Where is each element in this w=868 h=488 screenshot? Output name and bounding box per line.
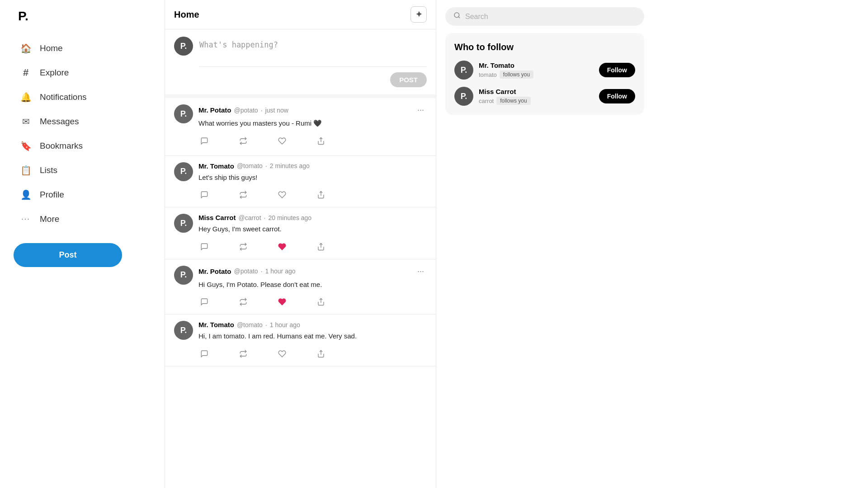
tweet-time: 20 minutes ago	[268, 214, 311, 221]
tweet-actions	[198, 189, 427, 201]
sidebar-item-label: Home	[40, 43, 63, 53]
sidebar-item-messages[interactable]: ✉ Messages	[14, 110, 151, 133]
sidebar-item-label: Messages	[40, 117, 79, 127]
tweet-name: Mr. Tomato	[198, 162, 234, 170]
sidebar-item-profile[interactable]: 👤 Profile	[14, 183, 151, 206]
tweet-text: What worries you masters you - Rumi 🖤	[198, 118, 427, 129]
like-button[interactable]	[276, 296, 288, 308]
share-button[interactable]	[315, 241, 327, 253]
retweet-button[interactable]	[237, 296, 249, 308]
suggestion-handle: tomato	[479, 71, 497, 78]
tweet-item: P. Mr. Potato @potato · just now ··· Wha…	[165, 98, 436, 156]
retweet-button[interactable]	[237, 348, 249, 360]
like-button[interactable]	[276, 348, 288, 360]
avatar: P.	[174, 266, 193, 285]
reply-icon	[200, 137, 208, 147]
share-button[interactable]	[315, 189, 327, 201]
suggestion-name: Mr. Tomato	[479, 61, 594, 69]
feed-scroll[interactable]: P. Mr. Potato @potato · just now ··· Wha…	[165, 98, 436, 488]
tweet-header: Mr. Potato @potato · just now ···	[198, 104, 427, 116]
tweet-header: Miss Carrot @carrot · 20 minutes ago	[198, 214, 427, 221]
search-input[interactable]	[465, 13, 636, 21]
tweet-item: P. Mr. Potato @potato · 1 hour ago ··· H…	[165, 259, 436, 315]
like-button[interactable]	[276, 135, 288, 149]
retweet-button[interactable]	[237, 135, 249, 149]
tweet-text: Let's ship this guys!	[198, 173, 427, 183]
who-to-follow-panel: Who to follow P. Mr. Tomato tomato follo…	[445, 33, 644, 115]
tweet-dot: ·	[261, 267, 263, 275]
share-button[interactable]	[315, 296, 327, 308]
tweet-time: just now	[265, 107, 288, 114]
tweet-time: 1 hour ago	[265, 267, 296, 275]
tweet-content: Miss Carrot @carrot · 20 minutes ago Hey…	[198, 214, 427, 253]
reply-button[interactable]	[198, 241, 210, 253]
svg-point-5	[454, 13, 459, 18]
tweet-handle: @tomato	[237, 162, 263, 169]
follow-suggestion-item: P. Miss Carrot carrot follows you Follow	[454, 87, 635, 106]
tweet-content: Mr. Potato @potato · 1 hour ago ··· Hi G…	[198, 266, 427, 308]
avatar: P.	[174, 321, 193, 340]
tweet-more-button[interactable]: ···	[415, 104, 427, 116]
tweet-meta: Miss Carrot @carrot · 20 minutes ago	[198, 214, 311, 221]
retweet-button[interactable]	[237, 189, 249, 201]
explore-icon: #	[20, 67, 32, 79]
follow-button[interactable]: Follow	[599, 63, 635, 77]
profile-icon: 👤	[20, 189, 32, 201]
home-icon: 🏠	[20, 42, 32, 54]
tweet-item: P. Mr. Tomato @tomato · 2 minutes ago Le…	[165, 156, 436, 208]
main-feed: Home ✦ P. POST P. Mr. Potato @pota	[165, 0, 436, 488]
tweet-name: Mr. Potato	[198, 106, 231, 114]
compose-post-button[interactable]: POST	[390, 72, 427, 87]
tweet-text: Hi Guys, I'm Potato. Please don't eat me…	[198, 280, 427, 290]
reply-button[interactable]	[198, 296, 210, 308]
compose-input[interactable]	[199, 37, 427, 64]
compose-divider	[199, 66, 427, 67]
search-bar	[445, 7, 644, 26]
tweet-meta: Mr. Tomato @tomato · 2 minutes ago	[198, 162, 310, 170]
tweet-more-button[interactable]: ···	[415, 266, 427, 277]
sidebar-item-bookmarks[interactable]: 🔖 Bookmarks	[14, 135, 151, 157]
right-sidebar: Who to follow P. Mr. Tomato tomato follo…	[436, 0, 868, 488]
like-button[interactable]	[276, 241, 288, 253]
follow-handle-row: tomato follows you	[479, 70, 594, 79]
heart-icon	[278, 137, 286, 147]
tweet-handle: @potato	[234, 107, 258, 114]
retweet-button[interactable]	[237, 241, 249, 253]
sidebar-item-label: Explore	[40, 68, 69, 78]
reply-button[interactable]	[198, 189, 210, 201]
tweet-time: 1 hour ago	[270, 321, 300, 328]
share-button[interactable]	[315, 348, 327, 360]
who-to-follow-title: Who to follow	[454, 42, 635, 52]
sidebar-item-home[interactable]: 🏠 Home	[14, 37, 151, 60]
tweet-handle: @potato	[234, 267, 258, 275]
follows-you-badge: follows you	[500, 70, 533, 79]
sidebar-item-notifications[interactable]: 🔔 Notifications	[14, 86, 151, 108]
compose-right: POST	[199, 37, 427, 87]
share-button[interactable]	[315, 135, 327, 149]
reply-button[interactable]	[198, 135, 210, 149]
reply-button[interactable]	[198, 348, 210, 360]
more-icon: ···	[20, 213, 32, 225]
follow-button[interactable]: Follow	[599, 89, 635, 103]
tweet-handle: @tomato	[237, 321, 263, 328]
like-button[interactable]	[276, 189, 288, 201]
tweet-name: Mr. Potato	[198, 267, 231, 275]
post-button[interactable]: Post	[14, 243, 122, 267]
tweet-actions	[198, 296, 427, 308]
tweet-meta: Mr. Tomato @tomato · 1 hour ago	[198, 321, 300, 328]
follow-suggestion-item: P. Mr. Tomato tomato follows you Follow	[454, 61, 635, 80]
sidebar-item-label: Profile	[40, 190, 64, 200]
sidebar-item-lists[interactable]: 📋 Lists	[14, 159, 151, 182]
avatar: P.	[174, 104, 193, 123]
tweet-handle: @carrot	[239, 214, 261, 221]
sidebar-item-more[interactable]: ··· More	[14, 208, 151, 230]
feed-header-icon[interactable]: ✦	[410, 6, 427, 23]
sparkle-icon: ✦	[415, 9, 422, 19]
suggestion-handle: carrot	[479, 98, 494, 104]
sidebar-item-label: Notifications	[40, 92, 87, 102]
sidebar-item-explore[interactable]: # Explore	[14, 61, 151, 84]
search-icon	[453, 12, 461, 21]
bookmark-icon: 🔖	[20, 140, 32, 152]
tweet-header: Mr. Tomato @tomato · 1 hour ago	[198, 321, 427, 328]
tweet-content: Mr. Tomato @tomato · 2 minutes ago Let's…	[198, 162, 427, 201]
